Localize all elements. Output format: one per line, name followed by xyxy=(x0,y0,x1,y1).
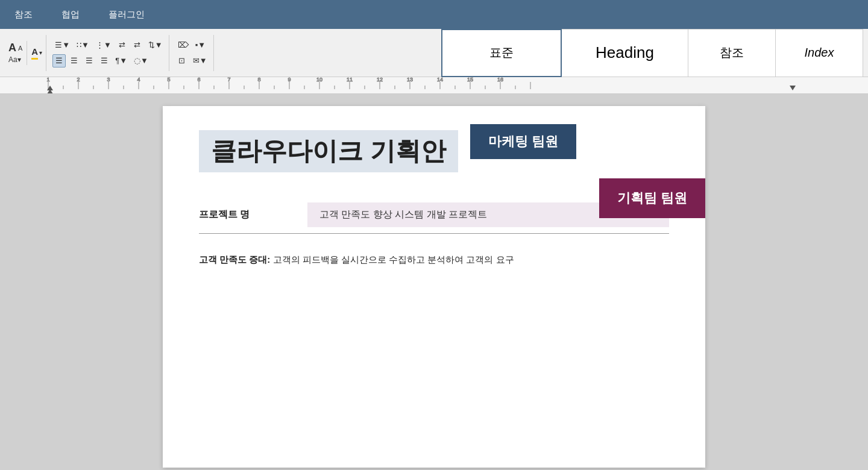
svg-rect-0 xyxy=(0,77,868,93)
style-heading-btn[interactable]: Heading xyxy=(562,29,688,77)
body-text-content: 고객의 피드백을 실시간으로 수집하고 분석하여 고객의 요구 xyxy=(270,254,514,265)
svg-text:11: 11 xyxy=(347,77,353,83)
menu-item-plugin[interactable]: 플러그인 xyxy=(104,7,149,23)
list-number-btn[interactable]: ∷▼ xyxy=(74,39,92,52)
svg-text:2: 2 xyxy=(77,77,80,83)
toolbar: A A Aa▾ A ▾ ☰▼ ∷▼ ⋮▼ ⇄ ⇄ ⇅▼ xyxy=(0,29,868,77)
svg-text:13: 13 xyxy=(407,77,413,83)
body-text-bold: 고객 만족도 증대: xyxy=(199,254,270,265)
list-bullet-btn[interactable]: ☰▼ xyxy=(52,39,72,52)
menu-item-collaborate[interactable]: 협업 xyxy=(57,7,84,23)
ruler: 1 2 3 4 5 6 7 8 9 10 11 12 13 1 xyxy=(0,77,868,94)
misc-section: ⌦ ▪▼ ⊡ ✉▼ xyxy=(172,35,214,71)
svg-text:7: 7 xyxy=(227,77,230,83)
envelope-btn[interactable]: ✉▼ xyxy=(190,54,210,67)
svg-text:5: 5 xyxy=(167,77,170,83)
indent-decrease-btn[interactable]: ⇄ xyxy=(131,39,144,52)
svg-text:9: 9 xyxy=(288,77,291,83)
line-spacing-btn[interactable]: ⇅▼ xyxy=(146,39,165,52)
align-right-btn[interactable]: ☰ xyxy=(83,54,96,67)
svg-text:15: 15 xyxy=(467,77,473,83)
document-area: 마케팅 팀원 클라우다이크 기획안 기획팀 팀원 프로젝트 명 고객 만족도 향… xyxy=(0,94,868,470)
svg-text:4: 4 xyxy=(137,77,140,83)
font-size-superscript: A xyxy=(18,45,22,52)
menu-item-reference[interactable]: 참조 xyxy=(10,7,37,23)
list-section: ☰▼ ∷▼ ⋮▼ ⇄ ⇄ ⇅▼ ☰ ☰ ☰ ☰ ¶▼ ◌▼ xyxy=(49,35,169,71)
align-justify-btn[interactable]: ☰ xyxy=(98,54,111,67)
svg-text:12: 12 xyxy=(377,77,383,83)
shading-btn[interactable]: ▪▼ xyxy=(193,39,208,52)
svg-text:6: 6 xyxy=(197,77,200,83)
svg-text:1: 1 xyxy=(46,77,49,83)
planning-team-tag: 기획팀 팀원 xyxy=(599,178,705,218)
list-outline-btn[interactable]: ⋮▼ xyxy=(93,39,114,52)
align-center-btn[interactable]: ☰ xyxy=(68,54,81,67)
style-buttons-area: 표준 Heading 참조 Index xyxy=(441,29,863,77)
project-label: 프로젝트 명 xyxy=(199,208,307,221)
svg-text:14: 14 xyxy=(437,77,443,83)
frame-btn[interactable]: ⊡ xyxy=(175,54,189,67)
menu-bar: 참조 협업 플러그인 xyxy=(0,0,868,29)
style-index-btn[interactable]: Index xyxy=(776,29,863,77)
svg-text:16: 16 xyxy=(497,77,503,83)
eraser-btn[interactable]: ⌦ xyxy=(175,39,191,52)
style-standard-btn[interactable]: 표준 xyxy=(441,29,562,77)
document-main-title: 클라우다이크 기획안 xyxy=(199,130,458,172)
project-section: 기획팀 팀원 프로젝트 명 고객 만족도 향상 시스템 개발 프로젝트 xyxy=(199,196,669,234)
font-size-section: A A Aa▾ A ▾ xyxy=(5,35,46,71)
font-size-large-a: A xyxy=(8,42,16,54)
align-left-btn[interactable]: ☰ xyxy=(52,54,66,67)
svg-text:10: 10 xyxy=(316,77,322,83)
title-block: 클라우다이크 기획안 xyxy=(199,130,669,172)
paragraph-mark-btn[interactable]: ¶▼ xyxy=(113,54,130,67)
style-reference-btn[interactable]: 참조 xyxy=(688,29,776,77)
document-page: 마케팅 팀원 클라우다이크 기획안 기획팀 팀원 프로젝트 명 고객 만족도 향… xyxy=(163,106,705,468)
svg-text:8: 8 xyxy=(257,77,260,83)
indent-increase-btn[interactable]: ⇄ xyxy=(116,39,129,52)
border-shading-btn[interactable]: ◌▼ xyxy=(131,54,151,67)
font-color-a: A xyxy=(31,46,38,60)
svg-text:3: 3 xyxy=(107,77,110,83)
font-color-dropdown[interactable]: ▾ xyxy=(39,49,42,56)
body-text: 고객 만족도 증대: 고객의 피드백을 실시간으로 수집하고 분석하여 고객의 … xyxy=(199,252,669,268)
font-aa-label: Aa▾ xyxy=(8,55,21,64)
